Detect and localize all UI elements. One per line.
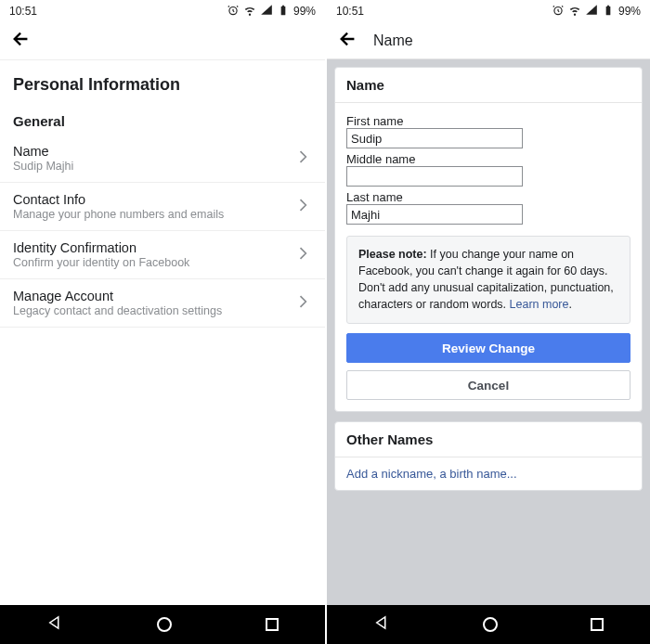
status-right: 99% bbox=[227, 4, 316, 19]
row-label: Contact Info bbox=[13, 192, 286, 207]
row-sub: Sudip Majhi bbox=[13, 160, 286, 173]
section-heading: General bbox=[0, 104, 325, 135]
chevron-right-icon bbox=[293, 244, 312, 266]
battery-pct: 99% bbox=[618, 5, 641, 18]
card-title: Name bbox=[335, 68, 642, 103]
chevron-right-icon bbox=[293, 292, 312, 315]
phone-right: 10:51 99% Name Name First name Middle na… bbox=[325, 0, 650, 644]
name-card: Name First name Middle name Last name Pl… bbox=[334, 67, 643, 412]
notice-prefix: Please note: bbox=[358, 248, 427, 261]
nav-recent-icon[interactable] bbox=[591, 618, 604, 631]
nav-home-icon[interactable] bbox=[483, 617, 498, 632]
phone-left: 10:51 99% Personal Information General N… bbox=[0, 0, 325, 644]
nav-back-icon[interactable] bbox=[46, 614, 63, 635]
last-name-label: Last name bbox=[346, 190, 630, 204]
middle-name-label: Middle name bbox=[346, 152, 630, 166]
row-name[interactable]: Name Sudip Majhi bbox=[0, 135, 325, 183]
middle-name-input[interactable] bbox=[346, 166, 523, 187]
android-navbar bbox=[0, 605, 325, 644]
status-bar: 10:51 99% bbox=[327, 0, 650, 22]
svg-rect-1 bbox=[281, 6, 286, 14]
back-icon[interactable] bbox=[338, 29, 358, 53]
svg-rect-5 bbox=[607, 5, 609, 6]
chevron-right-icon bbox=[293, 196, 312, 218]
review-change-button[interactable]: Review Change bbox=[346, 333, 630, 363]
notice-box: Please note: If you change your name on … bbox=[346, 236, 630, 324]
appbar-left bbox=[0, 22, 325, 59]
nav-home-icon[interactable] bbox=[157, 617, 172, 632]
row-contact-info[interactable]: Contact Info Manage your phone numbers a… bbox=[0, 183, 325, 231]
alarm-icon bbox=[552, 4, 565, 19]
last-name-input[interactable] bbox=[346, 204, 523, 225]
status-bar: 10:51 99% bbox=[0, 0, 325, 22]
add-nickname-link[interactable]: Add a nickname, a birth name... bbox=[335, 457, 642, 490]
svg-rect-2 bbox=[282, 5, 284, 6]
row-sub: Legacy contact and deactivation settings bbox=[13, 304, 286, 317]
signal-icon bbox=[585, 4, 598, 19]
battery-pct: 99% bbox=[293, 5, 316, 18]
appbar-title: Name bbox=[373, 32, 413, 49]
appbar-right: Name bbox=[327, 22, 650, 59]
nav-recent-icon[interactable] bbox=[266, 618, 279, 631]
battery-icon bbox=[602, 4, 615, 19]
learn-more-link[interactable]: Learn more bbox=[510, 298, 569, 311]
first-name-input[interactable] bbox=[346, 128, 523, 148]
battery-icon bbox=[277, 4, 290, 19]
row-manage-account[interactable]: Manage Account Legacy contact and deacti… bbox=[0, 279, 325, 328]
wifi-icon bbox=[568, 4, 581, 19]
svg-rect-4 bbox=[606, 6, 611, 14]
row-label: Name bbox=[13, 144, 286, 159]
wifi-icon bbox=[243, 4, 256, 19]
row-label: Identity Confirmation bbox=[13, 240, 286, 255]
android-navbar bbox=[327, 605, 650, 644]
chevron-right-icon bbox=[293, 148, 312, 170]
page-title: Personal Information bbox=[0, 59, 325, 104]
right-content: Name First name Middle name Last name Pl… bbox=[327, 59, 650, 605]
other-names-title: Other Names bbox=[335, 422, 642, 457]
status-time: 10:51 bbox=[9, 5, 37, 18]
status-right: 99% bbox=[552, 4, 641, 19]
row-sub: Manage your phone numbers and emails bbox=[13, 208, 286, 221]
left-content: Personal Information General Name Sudip … bbox=[0, 59, 325, 605]
row-sub: Confirm your identity on Facebook bbox=[13, 256, 286, 269]
back-icon[interactable] bbox=[11, 29, 32, 53]
nav-back-icon[interactable] bbox=[373, 614, 390, 635]
signal-icon bbox=[260, 4, 273, 19]
row-identity[interactable]: Identity Confirmation Confirm your ident… bbox=[0, 231, 325, 279]
row-label: Manage Account bbox=[13, 289, 286, 303]
first-name-label: First name bbox=[346, 114, 630, 128]
other-names-card: Other Names Add a nickname, a birth name… bbox=[334, 421, 643, 491]
alarm-icon bbox=[227, 4, 240, 19]
cancel-button[interactable]: Cancel bbox=[346, 370, 630, 400]
status-time: 10:51 bbox=[336, 5, 364, 18]
